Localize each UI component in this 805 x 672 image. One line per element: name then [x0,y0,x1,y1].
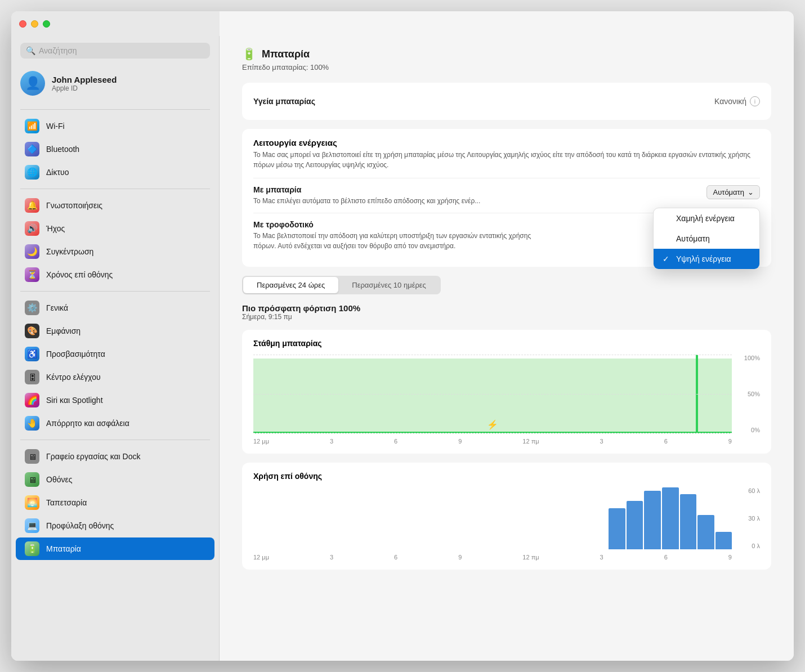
dropdown-label-auto: Αυτόματη [676,234,710,243]
health-info-button[interactable]: i [750,96,760,106]
user-subtitle: Apple ID [52,84,117,92]
sidebar-section-network: 📶 Wi-Fi 🔷 Bluetooth 🌐 Δίκτυο [11,113,219,185]
sidebar-item-siri[interactable]: 🌈 Siri και Spotlight [16,389,214,411]
tab-24hours[interactable]: Περασμένες 24 ώρες [243,277,338,293]
battery-header-icon: 🔋 [242,47,256,61]
page-header: 🔋 Μπαταρία [242,47,771,61]
usage-bar [680,494,697,549]
sidebar-label-privacy: Απόρρητο και ασφάλεια [46,419,129,428]
focus-icon: 🌙 [25,244,39,259]
sidebar-label-notifications: Γνωστοποιήσεις [46,201,102,210]
time-period-tabs: Περασμένες 24 ώρες Περασμένες 10 ημέρες [242,276,441,294]
sidebar-label-accessibility: Προσβασιμότητα [46,350,105,359]
close-button[interactable] [19,20,26,28]
sidebar-item-wifi[interactable]: 📶 Wi-Fi [16,115,214,137]
charge-info: Πιο πρόσφατη φόρτιση 100% Σήμερα, 9:15 π… [242,303,771,321]
charger-mode-row: Με τροφοδοτικό Το Mac βελτιστοποιεί την … [253,213,760,258]
sidebar-item-bluetooth[interactable]: 🔷 Bluetooth [16,138,214,160]
charger-dropdown-menu: Χαμηλή ενέργεια Αυτόματη ✓ Υψηλή ενέργει… [653,208,760,270]
sidebar-item-wallpaper[interactable]: 🌅 Ταπετσαρία [16,491,214,514]
sidebar-item-desktop[interactable]: 🖥 Γραφείο εργασίας και Dock [16,445,214,468]
sidebar-divider-2 [20,189,210,189]
maximize-button[interactable] [43,20,50,28]
sidebar-label-desktop: Γραφείο εργασίας και Dock [46,452,140,461]
bluetooth-icon: 🔷 [25,142,39,156]
appearance-icon: 🎨 [25,324,39,338]
battery-dropdown-value: Αυτόματη [713,188,744,196]
health-card: Υγεία μπαταρίας Κανονική i [242,83,771,120]
dropdown-item-high-power[interactable]: ✓ Υψηλή ενέργεια [654,249,759,269]
usage-x-labels: 12 μμ 3 6 9 12 πμ 3 6 9 [253,554,732,561]
sidebar: 🔍 Αναζήτηση 👤 John Appleseed Apple ID 📶 … [11,11,220,661]
sidebar-divider-4 [20,440,210,440]
sidebar-item-notifications[interactable]: 🔔 Γνωστοποιήσεις [16,194,214,217]
privacy-icon: 🤚 [25,416,39,431]
avatar: 👤 [20,71,45,96]
sidebar-label-screensaver: Προφύλαξη οθόνης [46,521,114,530]
battery-y-labels: 100% 50% 0% [735,355,760,433]
battery-level-subtitle: Επίπεδο μπαταρίας: 100% [242,63,771,71]
tab-10days[interactable]: Περασμένες 10 ημέρες [338,277,440,293]
dropdown-item-automatic[interactable]: Αυτόματη [654,229,759,249]
sidebar-divider-1 [20,109,210,110]
sidebar-item-displays[interactable]: 🖥 Οθόνες [16,468,214,491]
network-icon: 🌐 [25,165,39,180]
sidebar-label-siri: Siri και Spotlight [46,396,103,405]
usage-y-labels: 60 λ 30 λ 0 λ [735,487,760,549]
battery-chart: ⚡ 100% 50% 0% [253,355,760,445]
wallpaper-icon: 🌅 [25,495,39,510]
usage-chart-section: Χρήση επί οθόνης 60 λ 30 λ 0 λ 12 μμ 3 6… [242,463,771,570]
usage-bar [644,491,661,549]
battery-dropdown-button[interactable]: Αυτόματη ⌄ [706,185,760,199]
screensaver-icon: 💻 [25,518,39,533]
health-label: Υγεία μπαταρίας [253,97,315,106]
sidebar-label-focus: Συγκέντρωση [46,247,93,256]
notifications-icon: 🔔 [25,198,39,213]
sidebar-item-appearance[interactable]: 🎨 Εμφάνιση [16,320,214,342]
sidebar-label-general: Γενικά [46,303,68,312]
desktop-icon: 🖥 [25,449,39,464]
sidebar-item-accessibility[interactable]: ♿ Προσβασιμότητα [16,343,214,365]
user-name: John Appleseed [52,75,117,84]
chevron-down-icon: ⌄ [748,188,754,196]
sidebar-item-focus[interactable]: 🌙 Συγκέντρωση [16,240,214,263]
accessibility-icon: ♿ [25,347,39,361]
usage-chart: 60 λ 30 λ 0 λ 12 μμ 3 6 9 12 πμ 3 6 9 [253,487,760,561]
sidebar-label-wallpaper: Ταπετσαρία [46,498,87,507]
energy-mode-card: Λειτουργία ενέργειας Το Mac σας μπορεί ν… [242,129,771,267]
battery-x-labels: 12 μμ 3 6 9 12 πμ 3 6 9 [253,438,732,445]
sidebar-label-controlcenter: Κέντρο ελέγχου [46,373,101,382]
dropdown-item-low-power[interactable]: Χαμηλή ενέργεια [654,208,759,229]
sidebar-label-screentime: Χρόνος επί οθόνης [46,270,113,279]
dropdown-label-low: Χαμηλή ενέργεια [676,214,735,223]
sidebar-item-screentime[interactable]: ⏳ Χρόνος επί οθόνης [16,263,214,286]
usage-bar [609,508,625,549]
sidebar-label-network: Δίκτυο [46,168,69,177]
sidebar-section-preferences: 🔔 Γνωστοποιήσεις 🔊 Ήχος 🌙 Συγκέντρωση ⏳ … [11,192,219,288]
user-profile[interactable]: 👤 John Appleseed Apple ID [11,65,219,101]
charge-subtitle: Σήμερα, 9:15 πμ [242,313,771,321]
sidebar-item-general[interactable]: ⚙️ Γενικά [16,297,214,319]
energy-mode-description: Το Mac σας μπορεί να βελτιστοποιεί είτε … [253,150,760,170]
sound-icon: 🔊 [25,221,39,236]
sidebar-label-displays: Οθόνες [46,475,72,484]
sidebar-item-battery[interactable]: 🔋 Μπαταρία [16,537,214,560]
usage-bar [662,487,679,549]
sidebar-item-screensaver[interactable]: 💻 Προφύλαξη οθόνης [16,514,214,537]
search-bar[interactable]: 🔍 Αναζήτηση [20,43,210,59]
sidebar-label-wifi: Wi-Fi [46,122,65,131]
usage-chart-title: Χρήση επί οθόνης [253,472,760,481]
search-icon: 🔍 [26,46,35,55]
battery-sidebar-icon: 🔋 [25,541,39,556]
sidebar-item-controlcenter[interactable]: 🎛 Κέντρο ελέγχου [16,366,214,388]
health-value: Κανονική i [714,96,760,106]
main-content: 🔋 Μπαταρία Επίπεδο μπαταρίας: 100% Υγεία… [220,11,794,661]
sidebar-item-network[interactable]: 🌐 Δίκτυο [16,161,214,183]
sidebar-item-sound[interactable]: 🔊 Ήχος [16,217,214,240]
sidebar-item-privacy[interactable]: 🤚 Απόρρητο και ασφάλεια [16,412,214,434]
usage-bar [697,515,714,549]
main-window: 🔍 Αναζήτηση 👤 John Appleseed Apple ID 📶 … [11,11,794,661]
battery-row-label: Με μπαταρία [253,185,695,194]
battery-level-chart-section: Στάθμη μπαταρίας ⚡ [242,330,771,454]
minimize-button[interactable] [31,20,38,28]
